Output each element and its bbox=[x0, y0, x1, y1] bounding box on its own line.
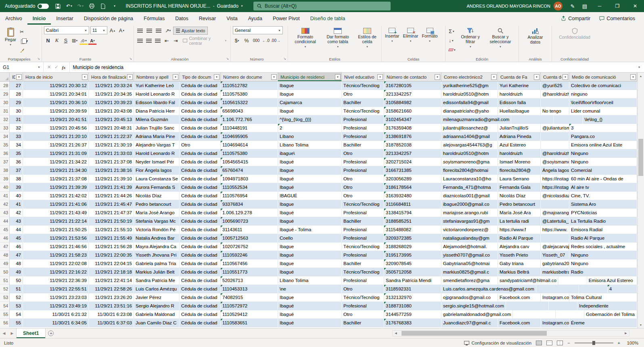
cell[interactable]: Yuri Katherine Leó bbox=[134, 82, 180, 90]
row-number[interactable]: 39 bbox=[0, 175, 10, 183]
paste-button[interactable]: Pegar ▾ bbox=[4, 26, 17, 56]
cell[interactable]: 11/29/21 21:38:16 bbox=[89, 166, 134, 175]
cell[interactable]: 30 bbox=[10, 107, 23, 115]
cell[interactable]: Lider comunal bbox=[569, 107, 637, 115]
cell[interactable]: haroldruizh bbox=[498, 90, 541, 98]
cell[interactable]: Profesional bbox=[342, 226, 384, 234]
vertical-scroll-track[interactable] bbox=[638, 79, 644, 322]
cell[interactable]: yurikatherine525@gm bbox=[441, 82, 498, 90]
cell[interactable]: Sistema Aro bbox=[569, 200, 637, 209]
orientation-button[interactable]: ↗▾ bbox=[164, 26, 172, 35]
cell[interactable]: 11/29/21 21:55:10 bbox=[89, 226, 134, 234]
cell[interactable]: 11/29/21 20:34:35 bbox=[89, 90, 134, 98]
cell[interactable]: 11/29/21 22:55:51 bbox=[23, 285, 89, 293]
cell[interactable]: stefaniavargas91@gm bbox=[441, 217, 498, 226]
row-number[interactable]: 53 bbox=[0, 293, 10, 302]
cell[interactable]: 36 bbox=[10, 158, 23, 166]
cell[interactable]: sandypatriciamf@hitmail.co bbox=[498, 276, 558, 285]
cell[interactable]: 3116684811 bbox=[384, 200, 441, 209]
cell[interactable]: Yisseth Prieto bbox=[498, 251, 541, 259]
cell[interactable]: haroldruizh bbox=[498, 149, 541, 158]
cell[interactable]: Cédula de ciudad bbox=[180, 242, 221, 251]
cell[interactable]: https://www.f bbox=[498, 226, 541, 234]
cell[interactable]: Profesional bbox=[342, 166, 384, 175]
cell[interactable]: Ninguno bbox=[569, 251, 637, 259]
cell[interactable]: 1005690723 bbox=[221, 217, 278, 226]
tab-formulas[interactable]: Fórmulas bbox=[138, 12, 170, 25]
cell[interactable]: Técnico/Tecnólog bbox=[342, 293, 384, 302]
zoom-level[interactable]: 100% bbox=[625, 341, 638, 345]
row-number[interactable]: 31 bbox=[0, 107, 10, 115]
cell[interactable]: Cédula de ciudad bbox=[180, 158, 221, 166]
cell[interactable]: 11/29/21 21:55:49 bbox=[89, 234, 134, 242]
cell[interactable]: Cédula de ciudad bbox=[180, 226, 221, 234]
cell[interactable]: Ninguno bbox=[569, 158, 637, 166]
column-header-3[interactable]: Nombres y apell▼ bbox=[134, 73, 180, 81]
cell[interactable]: Profesional bbox=[342, 132, 384, 141]
cell[interactable]: 11/29/21 22:16:22 bbox=[23, 268, 89, 276]
cell[interactable]: 47 bbox=[10, 251, 23, 259]
filter-button[interactable]: ▼ bbox=[435, 74, 440, 80]
cell[interactable]: Luis Carlos Amézqu bbox=[134, 285, 180, 293]
cell[interactable]: https://instag bbox=[541, 183, 569, 192]
cell[interactable]: 11/29/21 21:56:28 bbox=[89, 242, 134, 251]
cell[interactable]: Nicolás Díaz bbox=[134, 192, 180, 200]
cell[interactable]: Bachiller bbox=[342, 319, 384, 327]
cell[interactable]: @julianturism bbox=[541, 124, 569, 132]
cell[interactable]: Radio Al Parque bbox=[498, 234, 541, 242]
ribbon-display-options-button[interactable]: ▤ bbox=[579, 0, 591, 12]
row-number[interactable]: 43 bbox=[0, 209, 10, 217]
filter-button[interactable]: ▼ bbox=[630, 74, 636, 80]
cell[interactable]: 11/29/21 22:04:15 bbox=[89, 259, 134, 268]
tab-datos[interactable]: Datos bbox=[170, 12, 194, 25]
cell[interactable] bbox=[541, 234, 569, 242]
find-select-button[interactable]: Buscar y seleccionar ▾ bbox=[484, 26, 516, 56]
cell[interactable]: 53 bbox=[10, 302, 23, 310]
cell[interactable]: 11/30/21 6:21:32 bbox=[23, 310, 89, 319]
cell[interactable]: Fernanda_471@hotma bbox=[441, 183, 498, 192]
cell[interactable]: mariajose.arango.rubi bbox=[441, 209, 498, 217]
cell[interactable]: 1104694614 bbox=[221, 141, 278, 149]
cell[interactable]: 1110448191 bbox=[221, 124, 278, 132]
cell[interactable]: Coello bbox=[278, 234, 342, 242]
tab-vista[interactable]: Vista bbox=[221, 12, 243, 25]
cell[interactable]: @soyismamo bbox=[541, 158, 569, 166]
cell[interactable]: Adriana Maria Pine bbox=[134, 132, 180, 141]
cell[interactable]: Ibague bbox=[278, 293, 342, 302]
cell[interactable]: haroldruiz0510@hotm bbox=[441, 149, 498, 158]
cell[interactable]: 93376834 bbox=[221, 200, 278, 209]
cell[interactable]: Laura Constanza Se bbox=[134, 175, 180, 183]
filter-button[interactable]: ▼ bbox=[534, 74, 539, 80]
tab-disposicion[interactable]: Disposición de página bbox=[79, 12, 138, 25]
tab-insertar[interactable]: Insertar bbox=[51, 12, 78, 25]
filter-button[interactable]: ▼ bbox=[377, 74, 383, 80]
cell[interactable]: IBAGUÉ bbox=[278, 192, 342, 200]
sensitivity-button[interactable]: Confidencialidad bbox=[558, 26, 591, 56]
cell[interactable]: Victoria Rondón Pé bbox=[134, 226, 180, 234]
cell[interactable]: smendietaflorez@gma bbox=[441, 276, 498, 285]
cell[interactable]: 11/29/21 22:02:08 bbox=[23, 259, 89, 268]
autosum-button[interactable]: Σ▾ bbox=[447, 27, 457, 36]
cell[interactable]: 11/29/21 23:51:16 bbox=[89, 302, 134, 310]
cell[interactable]: Cédula de ciudad bbox=[180, 302, 221, 310]
share-button[interactable]: Compartir bbox=[557, 14, 594, 23]
cell[interactable]: gabrielamaldonadod@gmail.com bbox=[441, 310, 513, 319]
cell[interactable]: Instagram.cor bbox=[541, 319, 569, 327]
cell[interactable]: 31 bbox=[10, 115, 23, 124]
cell[interactable] bbox=[541, 98, 569, 107]
cell[interactable]: florecita2804@hotmai bbox=[441, 166, 498, 175]
row-number[interactable]: 33 bbox=[0, 124, 10, 132]
cell[interactable]: 3195173995 bbox=[384, 251, 441, 259]
column-header-0[interactable]: ID▼ bbox=[10, 73, 23, 81]
cell[interactable]: 1105615322 bbox=[221, 98, 278, 107]
cell[interactable]: 11/29/21 20:36:10 bbox=[23, 98, 89, 107]
cell[interactable]: 3102454347 bbox=[384, 115, 441, 124]
row-number[interactable]: 34 bbox=[0, 132, 10, 141]
cell[interactable]: alejovargas4544763@g bbox=[441, 141, 498, 149]
cell[interactable]: Líbano Tolima bbox=[278, 141, 342, 149]
cell[interactable]: Alejandra carv bbox=[498, 242, 541, 251]
cell[interactable]: 55 bbox=[10, 319, 23, 327]
cell[interactable]: Independiente bbox=[577, 302, 637, 310]
cell[interactable]: 48 bbox=[10, 259, 23, 268]
cell[interactable]: Ibague bbox=[278, 242, 342, 251]
